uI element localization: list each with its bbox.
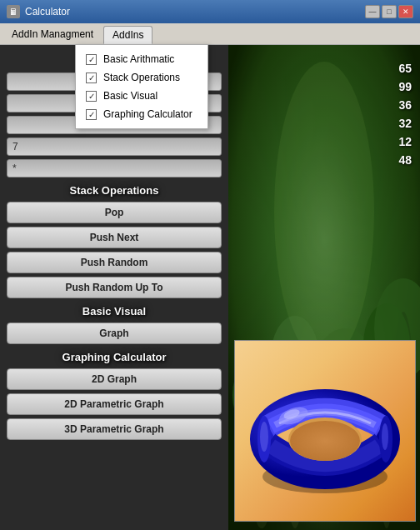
graph-button[interactable]: Graph xyxy=(7,322,222,344)
calc-input-star[interactable] xyxy=(7,159,222,178)
main-area: 65 99 36 32 12 48 Basic A Stack Operatio… xyxy=(0,45,420,530)
number-12: 12 xyxy=(398,135,412,148)
dropdown-label-graphing-calculator: Graphing Calculator xyxy=(103,108,192,120)
2d-graph-button[interactable]: 2D Graph xyxy=(7,368,222,390)
stack-operations-header: Stack Operations xyxy=(7,181,222,198)
checkbox-basic-arithmatic[interactable]: ✓ xyxy=(86,54,97,65)
graphing-calculator-header: Graphing Calculator xyxy=(7,348,222,365)
number-65: 65 xyxy=(398,62,412,75)
dropdown-item-basic-arithmatic[interactable]: ✓ Basic Arithmatic xyxy=(76,50,208,68)
push-random-button[interactable]: Push Random xyxy=(7,252,222,273)
checkbox-basic-visual[interactable]: ✓ xyxy=(86,91,97,102)
push-next-button[interactable]: Push Next xyxy=(7,227,222,248)
calc-input-7[interactable] xyxy=(7,138,222,156)
number-48: 48 xyxy=(398,153,412,167)
menu-bar: AddIn Managment AddIns ✓ Basic Arithmati… xyxy=(0,23,420,45)
torus-svg xyxy=(242,348,408,514)
dropdown-label-basic-visual: Basic Visual xyxy=(103,90,158,102)
dropdown-label-basic-arithmatic: Basic Arithmatic xyxy=(103,53,174,65)
title-bar: 🖩 Calculator — □ ✕ xyxy=(0,0,420,23)
number-32: 32 xyxy=(398,117,412,130)
pop-button[interactable]: Pop xyxy=(7,202,222,223)
3d-parametric-graph-button[interactable]: 3D Parametric Graph xyxy=(7,418,222,440)
maximize-button[interactable]: □ xyxy=(382,5,397,18)
addin-management-menu[interactable]: AddIn Managment xyxy=(3,26,102,42)
2d-parametric-graph-button[interactable]: 2D Parametric Graph xyxy=(7,393,222,415)
svg-point-19 xyxy=(290,421,360,461)
window-controls: — □ ✕ xyxy=(365,5,413,18)
addins-dropdown: ✓ Basic Arithmatic ✓ Stack Operations ✓ … xyxy=(75,44,208,129)
number-36: 36 xyxy=(398,98,412,112)
dropdown-label-stack-operations: Stack Operations xyxy=(103,72,180,83)
close-button[interactable]: ✕ xyxy=(398,5,413,18)
minimize-button[interactable]: — xyxy=(365,5,380,18)
number-99: 99 xyxy=(398,80,412,93)
checkbox-graphing-calculator[interactable]: ✓ xyxy=(86,109,97,120)
checkbox-stack-operations[interactable]: ✓ xyxy=(86,72,97,83)
app-icon: 🖩 xyxy=(7,5,20,18)
svg-point-23 xyxy=(382,423,388,450)
dropdown-item-basic-visual[interactable]: ✓ Basic Visual xyxy=(76,87,208,105)
svg-point-21 xyxy=(260,422,268,452)
window-title: Calculator xyxy=(25,6,360,18)
torus-visualization xyxy=(234,340,416,522)
basic-visual-header: Basic Visual xyxy=(7,302,222,319)
svg-point-15 xyxy=(274,62,374,362)
push-random-up-to-button[interactable]: Push Random Up To xyxy=(7,277,222,298)
numbers-overlay: 65 99 36 32 12 48 xyxy=(398,62,412,167)
dropdown-item-stack-operations[interactable]: ✓ Stack Operations xyxy=(76,68,208,87)
addins-menu[interactable]: AddIns xyxy=(103,26,152,44)
dropdown-item-graphing-calculator[interactable]: ✓ Graphing Calculator xyxy=(76,105,208,123)
